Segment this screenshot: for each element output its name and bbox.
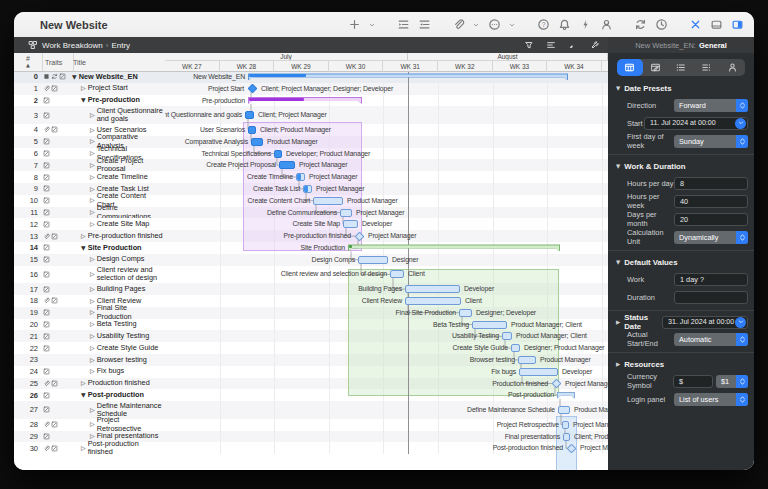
user-button[interactable] [599,18,613,32]
format-icon[interactable] [568,40,578,50]
gantt-task-bar[interactable] [511,344,520,352]
table-row[interactable]: 30▷Post-production finished [14,442,165,454]
disclosure-open-icon[interactable]: ▼ [81,96,86,104]
notifications-icon[interactable] [558,18,571,31]
gantt-task-bar[interactable] [251,138,263,146]
view-options-button[interactable] [546,40,556,50]
statusbar-icon[interactable] [710,18,723,31]
gantt-summary-bar[interactable] [248,73,568,80]
chevron-down-icon[interactable] [368,21,376,29]
chevron-down-button[interactable] [368,18,376,32]
table-row[interactable]: 19▷Final Site Production [14,307,165,319]
attach-icon[interactable] [452,18,465,31]
table-row[interactable]: 1▷Project Start [14,83,165,95]
table-row[interactable]: 21▷Usability Testing [14,330,165,342]
gantt-task-bar[interactable] [459,309,472,317]
close-icon[interactable] [689,18,702,31]
gantt-task-bar[interactable] [390,270,404,278]
history-icon[interactable] [655,18,668,31]
gantt-task-bar[interactable] [405,297,461,305]
column-header-title[interactable]: Title [73,53,165,71]
gantt-task-bar[interactable] [245,111,254,119]
section-resources[interactable]: ▶Resources [608,356,754,372]
column-header-num[interactable]: #▲ [14,53,43,71]
table-row[interactable]: 22▷Create Style Guide [14,342,165,354]
table-row[interactable]: 16▷Client review and selection of design [14,266,165,284]
login-panel-field[interactable]: List of users [674,393,748,406]
gantt-summary-bar[interactable] [348,244,560,251]
table-row[interactable]: 26▼Post-production [14,389,165,401]
table-row[interactable]: 20▷Beta Testing [14,319,165,331]
breadcrumb-root[interactable]: Work Breakdown [42,41,103,50]
gantt-milestone[interactable] [566,443,576,453]
table-row[interactable]: 7▷Create Project Proposal [14,159,165,171]
filter-button[interactable] [524,40,534,50]
gantt-task-bar[interactable] [358,256,388,264]
calculation-unit-field[interactable]: Dynamically [674,231,748,244]
add-button[interactable] [347,18,361,32]
work-breakdown-view-icon[interactable] [28,40,38,50]
gantt-task-bar[interactable] [519,368,558,376]
days-per-month-field[interactable]: 20 [674,213,748,226]
tab-checklist[interactable] [668,59,694,76]
close-button[interactable] [688,18,702,32]
sidebar-toggle-button[interactable] [730,18,744,32]
table-row[interactable]: 3▷Client Questionnaire and goals [14,106,165,124]
filter-icon[interactable] [524,40,534,50]
history-button[interactable] [654,18,668,32]
sync-icon[interactable] [634,18,647,31]
tab-general[interactable] [617,59,643,76]
start-field[interactable]: 11. Jul 2024 at 00:00 [644,117,748,130]
table-row[interactable]: 25▷Production finished [14,378,165,390]
currency-symbol-field[interactable]: $ [673,375,713,388]
help-button[interactable]: ? [536,18,550,32]
flash-button[interactable] [578,18,592,32]
table-row[interactable]: 28▷Project Retrospective [14,419,165,431]
sidebar-toggle-icon[interactable] [731,18,744,31]
tab-resources[interactable] [719,59,745,76]
outdent-button[interactable] [417,18,431,32]
more-icon[interactable] [488,18,501,31]
table-row[interactable]: 11▷Define Communications [14,207,165,219]
direction-field[interactable]: Forward [674,99,748,112]
table-row[interactable]: 0▼New Website_EN [14,71,165,83]
column-header-traits[interactable]: Traits [43,53,74,71]
more-button[interactable] [487,18,501,32]
table-row[interactable]: 13▷Pre-production finished [14,230,165,242]
statusbar-button[interactable] [709,18,723,32]
currency-format-popup[interactable]: $1 [716,375,748,388]
gantt-task-bar[interactable] [279,161,295,169]
table-row[interactable]: 8▷Create Timeline [14,171,165,183]
gantt-summary-bar[interactable] [557,392,575,399]
gantt-task-bar[interactable] [405,285,460,293]
user-icon[interactable] [600,18,613,31]
section-default-values[interactable]: ▼Default Values [608,254,754,270]
chevron-down-button[interactable] [508,18,516,32]
gantt-task-bar[interactable] [296,173,305,181]
gantt-task-bar[interactable] [313,197,343,205]
duration-field[interactable] [674,291,748,304]
status-date-field[interactable]: 31. Jul 2024 at 00:00 [662,316,748,329]
outdent-icon[interactable] [418,18,431,31]
table-row[interactable]: 14▼Site Production [14,242,165,254]
table-row[interactable]: 23▷Browser testing [14,354,165,366]
chevron-down-button[interactable] [472,18,480,32]
help-icon[interactable]: ? [537,18,550,31]
work-breakdown-view-icon[interactable] [28,40,38,50]
notifications-button[interactable] [557,18,571,32]
table-row[interactable]: 17▷Building Pages [14,283,165,295]
section-status-date[interactable]: ▶Status Date31. Jul 2024 at 00:00 [608,314,754,330]
gantt-milestone[interactable] [551,379,561,389]
gantt-task-bar[interactable] [340,209,352,217]
table-row[interactable]: 2▼Pre-production [14,95,165,107]
settings-button[interactable] [590,40,600,50]
table-row[interactable]: 15▷Design Comps [14,254,165,266]
format-button[interactable] [568,40,578,50]
breadcrumb-leaf[interactable]: Entry [111,41,130,50]
actual-start-end-field[interactable]: Automatic [674,333,748,346]
disclosure-open-icon[interactable]: ▼ [81,391,86,399]
indent-icon[interactable] [397,18,410,31]
gantt-task-bar[interactable] [343,220,358,228]
gantt-task-bar[interactable] [303,185,312,193]
section-date-presets[interactable]: ▼Date Presets [608,80,754,96]
